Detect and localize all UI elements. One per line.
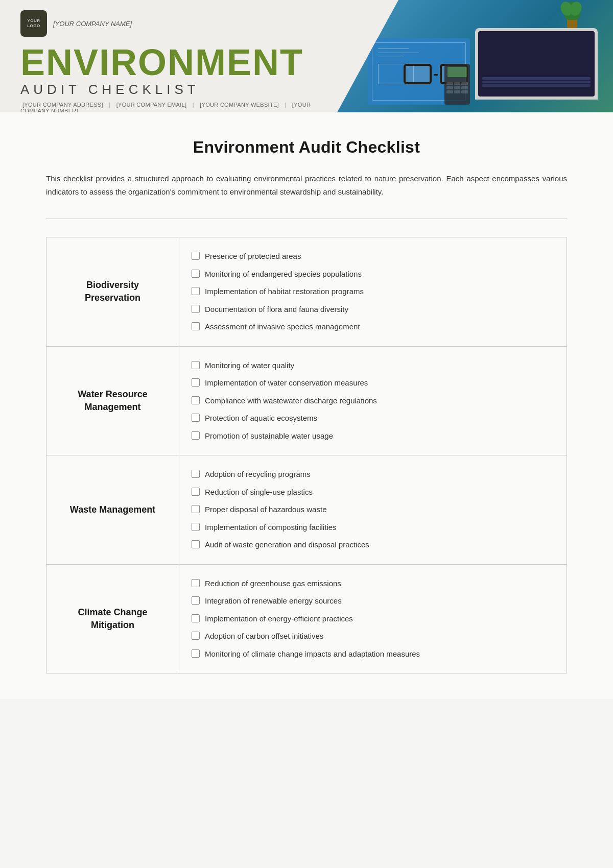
list-item: Monitoring of endangered species populat… [192, 266, 554, 283]
checkbox-icon[interactable] [192, 270, 200, 278]
logo-text-line2: LOGO [27, 23, 40, 29]
list-item: Audit of waste generation and disposal p… [192, 536, 554, 554]
contact-address: [YOUR COMPANY ADDRESS] [22, 102, 103, 108]
list-item: Adoption of carbon offset initiatives [192, 628, 554, 645]
category-cell-2: Waste Management [46, 455, 179, 565]
laptop-decoration [475, 28, 598, 100]
items-cell-2: Adoption of recycling programsReduction … [179, 455, 567, 565]
items-cell-3: Reduction of greenhouse gas emissionsInt… [179, 564, 567, 673]
checkbox-icon[interactable] [192, 396, 200, 404]
checklist-table: Biodiversity PreservationPresence of pro… [46, 237, 567, 673]
item-label: Protection of aquatic ecosystems [205, 413, 554, 424]
item-label: Proper disposal of hazardous waste [205, 504, 554, 516]
checkbox-icon[interactable] [192, 470, 200, 478]
contact-website: [YOUR COMPANY WEBSITE] [200, 102, 279, 108]
header-image [337, 0, 613, 112]
category-cell-3: Climate Change Mitigation [46, 564, 179, 673]
checkbox-icon[interactable] [192, 252, 200, 260]
list-item: Implementation of composting facilities [192, 519, 554, 537]
item-label: Assessment of invasive species managemen… [205, 321, 554, 333]
checklist-row: Climate Change MitigationReduction of gr… [46, 564, 567, 673]
main-content: Environment Audit Checklist This checkli… [0, 112, 613, 699]
logo-row: YOUR LOGO [YOUR COMPANY NAME] [20, 10, 327, 37]
item-label: Implementation of composting facilities [205, 522, 554, 534]
header-contact: [YOUR COMPANY ADDRESS] | [YOUR COMPANY E… [20, 102, 327, 112]
item-label: Implementation of energy-efficient pract… [205, 613, 554, 625]
checkbox-icon[interactable] [192, 305, 200, 313]
checklist-row: Waste ManagementAdoption of recycling pr… [46, 455, 567, 565]
checkbox-icon[interactable] [192, 596, 200, 605]
checklist-row: Water Resource ManagementMonitoring of w… [46, 346, 567, 455]
item-label: Reduction of greenhouse gas emissions [205, 578, 554, 590]
checkbox-icon[interactable] [192, 579, 200, 587]
list-item: Promotion of sustainable water usage [192, 427, 554, 445]
list-item: Implementation of water conservation mea… [192, 374, 554, 392]
item-label: Compliance with wastewater discharge reg… [205, 395, 554, 407]
checkbox-icon[interactable] [192, 632, 200, 640]
plant-decoration [562, 3, 582, 28]
item-label: Monitoring of climate change impacts and… [205, 648, 554, 660]
company-name: [YOUR COMPANY NAME] [53, 20, 132, 28]
contact-email: [YOUR COMPANY EMAIL] [116, 102, 187, 108]
list-item: Monitoring of climate change impacts and… [192, 645, 554, 663]
list-item: Documentation of flora and fauna diversi… [192, 301, 554, 319]
item-label: Reduction of single-use plastics [205, 487, 554, 498]
checkbox-icon[interactable] [192, 614, 200, 622]
checkbox-icon[interactable] [192, 322, 200, 330]
intro-paragraph: This checklist provides a structured app… [46, 172, 567, 198]
checkbox-icon[interactable] [192, 488, 200, 496]
list-item: Proper disposal of hazardous waste [192, 501, 554, 519]
category-cell-1: Water Resource Management [46, 346, 179, 455]
list-item: Reduction of greenhouse gas emissions [192, 575, 554, 593]
checkbox-icon[interactable] [192, 505, 200, 513]
items-cell-0: Presence of protected areasMonitoring of… [179, 237, 567, 347]
header-title-audit: AUDIT CHECKLIST [20, 82, 327, 98]
list-item: Reduction of single-use plastics [192, 484, 554, 501]
checkbox-icon[interactable] [192, 649, 200, 658]
list-item: Protection of aquatic ecosystems [192, 409, 554, 427]
item-label: Monitoring of endangered species populat… [205, 269, 554, 280]
list-item: Presence of protected areas [192, 248, 554, 266]
list-item: Compliance with wastewater discharge reg… [192, 392, 554, 410]
checkbox-icon[interactable] [192, 540, 200, 548]
item-label: Integration of renewable energy sources [205, 595, 554, 607]
list-item: Implementation of habitat restoration pr… [192, 283, 554, 301]
item-label: Monitoring of water quality [205, 360, 554, 372]
list-item: Monitoring of water quality [192, 357, 554, 375]
category-cell-0: Biodiversity Preservation [46, 237, 179, 347]
item-label: Audit of waste generation and disposal p… [205, 539, 554, 551]
checkbox-icon[interactable] [192, 523, 200, 531]
header-title-environment: ENVIRONMENT [20, 44, 327, 81]
header-left: YOUR LOGO [YOUR COMPANY NAME] ENVIRONMEN… [0, 0, 347, 112]
list-item: Assessment of invasive species managemen… [192, 318, 554, 336]
checkbox-icon[interactable] [192, 378, 200, 387]
checklist-row: Biodiversity PreservationPresence of pro… [46, 237, 567, 347]
checkbox-icon[interactable] [192, 287, 200, 295]
checkbox-icon[interactable] [192, 414, 200, 422]
item-label: Promotion of sustainable water usage [205, 430, 554, 442]
page-header: YOUR LOGO [YOUR COMPANY NAME] ENVIRONMEN… [0, 0, 613, 112]
item-label: Implementation of water conservation mea… [205, 377, 554, 389]
item-label: Adoption of carbon offset initiatives [205, 631, 554, 642]
list-item: Adoption of recycling programs [192, 466, 554, 484]
list-item: Implementation of energy-efficient pract… [192, 610, 554, 628]
calculator-decoration [444, 64, 470, 105]
logo-box: YOUR LOGO [20, 10, 47, 37]
logo-text-line1: YOUR [27, 18, 40, 23]
item-label: Presence of protected areas [205, 251, 554, 262]
items-cell-1: Monitoring of water qualityImplementatio… [179, 346, 567, 455]
page-title: Environment Audit Checklist [46, 138, 567, 157]
item-label: Adoption of recycling programs [205, 469, 554, 480]
list-item: Integration of renewable energy sources [192, 592, 554, 610]
item-label: Documentation of flora and fauna diversi… [205, 304, 554, 316]
item-label: Implementation of habitat restoration pr… [205, 286, 554, 298]
section-divider [46, 219, 567, 219]
checkbox-icon[interactable] [192, 361, 200, 369]
checkbox-icon[interactable] [192, 431, 200, 440]
